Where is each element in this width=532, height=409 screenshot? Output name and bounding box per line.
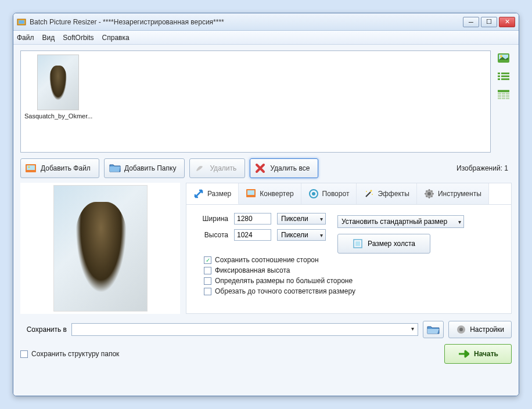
svg-rect-12 <box>498 93 501 95</box>
height-input[interactable] <box>234 229 271 241</box>
tab-tools[interactable]: Инструменты <box>417 183 489 204</box>
titlebar: Batch Picture Resizer - ****Незарегистри… <box>13 13 519 31</box>
file-toolbar: Добавить Файл Добавить Папку Удалить Уда… <box>20 158 512 178</box>
delete-all-label: Удалить все <box>270 164 310 172</box>
start-button[interactable]: Начать <box>444 344 512 364</box>
tab-effects-label: Эффекты <box>378 190 409 198</box>
keep-ratio-checkbox[interactable]: ✓ <box>204 256 211 264</box>
delete-all-button[interactable]: Удалить все <box>250 158 318 178</box>
thumbnail-area: Sasquatch_by_Okmer... <box>20 50 512 153</box>
fixed-height-label: Фиксированная высота <box>215 266 290 274</box>
canvas-size-label: Размер холста <box>368 240 415 248</box>
tab-converter-label: Конвертер <box>260 190 293 198</box>
crop-exact-row[interactable]: Обрезать до точного соответствия размеру <box>204 287 502 295</box>
svg-rect-17 <box>506 95 509 97</box>
svg-rect-22 <box>27 165 35 170</box>
add-folder-button[interactable]: Добавить Папку <box>104 158 185 178</box>
app-icon <box>17 17 26 27</box>
window-controls: ─ ☐ ✕ <box>463 17 515 27</box>
svg-rect-8 <box>501 75 509 77</box>
thumbnail-item[interactable]: Sasquatch_by_Okmer... <box>24 55 91 120</box>
detect-long-checkbox[interactable] <box>204 277 211 285</box>
svg-rect-1 <box>19 20 24 24</box>
crop-exact-label: Обрезать до точного соответствия размеру <box>215 287 355 295</box>
view-thumbnails-icon[interactable] <box>497 52 510 64</box>
settings-label: Настройки <box>470 325 504 334</box>
standard-size-select[interactable]: Установить стандартный размер <box>337 215 464 228</box>
thumbnail-panel[interactable]: Sasquatch_by_Okmer... <box>20 50 491 153</box>
width-row: Ширина Пиксели <box>196 213 326 225</box>
menu-help[interactable]: Справка <box>102 34 130 42</box>
menu-file[interactable]: Файл <box>17 34 34 42</box>
effects-icon <box>364 189 374 199</box>
tab-size[interactable]: Размер <box>186 183 239 204</box>
svg-point-4 <box>500 55 502 57</box>
delete-all-icon <box>255 163 265 173</box>
tab-tools-label: Инструменты <box>438 190 481 198</box>
width-input[interactable] <box>234 213 271 225</box>
fixed-height-row[interactable]: Фиксированная высота <box>204 266 502 274</box>
add-folder-icon <box>109 163 120 173</box>
preview-image <box>53 185 148 312</box>
crop-exact-checkbox[interactable] <box>204 288 211 295</box>
svg-rect-7 <box>498 75 500 77</box>
size-tab-content: Ширина Пиксели Высота Пиксели Уст <box>186 205 511 306</box>
canvas-size-button[interactable]: Размер холста <box>337 234 430 254</box>
preview-panel <box>20 183 180 314</box>
svg-point-35 <box>459 328 463 331</box>
settings-button[interactable]: Настройки <box>448 321 512 338</box>
minimize-button[interactable]: ─ <box>463 17 479 27</box>
svg-rect-14 <box>506 93 509 95</box>
app-window: Batch Picture Resizer - ****Незарегистри… <box>13 13 519 396</box>
width-unit-select[interactable]: Пиксели <box>277 213 326 225</box>
content-area: Sasquatch_by_Okmer... Добави <box>13 45 519 396</box>
svg-rect-5 <box>498 73 500 74</box>
start-label: Начать <box>474 350 498 358</box>
svg-point-29 <box>372 194 373 195</box>
svg-rect-33 <box>355 241 360 246</box>
delete-button[interactable]: Удалить <box>189 158 245 178</box>
keep-ratio-row[interactable]: ✓ Сохранить соотношение сторон <box>204 256 502 264</box>
menu-softorbits[interactable]: SoftOrbits <box>63 34 94 42</box>
add-file-button[interactable]: Добавить Файл <box>20 158 99 178</box>
height-row: Высота Пиксели <box>196 229 326 241</box>
start-row: Сохранить структуру папок Начать <box>20 344 512 364</box>
svg-rect-10 <box>501 78 509 80</box>
maximize-button[interactable]: ☐ <box>481 17 497 27</box>
detect-long-row[interactable]: Определять размеры по большей стороне <box>204 277 502 285</box>
save-row: Сохранить в Настройки <box>20 321 512 338</box>
arrow-right-icon <box>458 349 469 359</box>
save-path-combo[interactable] <box>71 323 418 336</box>
folder-open-icon <box>427 324 440 335</box>
browse-button[interactable] <box>423 321 444 338</box>
svg-point-27 <box>312 192 315 196</box>
rotate-icon <box>308 189 319 199</box>
menu-view[interactable]: Вид <box>42 34 55 42</box>
middle-area: Размер Конвертер Поворот Эффекты <box>20 183 512 314</box>
delete-label: Удалить <box>210 164 236 172</box>
height-label: Высота <box>196 231 228 239</box>
close-button[interactable]: ✕ <box>499 17 515 27</box>
tab-converter[interactable]: Конвертер <box>239 183 301 204</box>
tab-effects[interactable]: Эффекты <box>357 183 417 204</box>
view-list-icon[interactable] <box>497 70 510 83</box>
window-title: Batch Picture Resizer - ****Незарегистри… <box>30 18 463 26</box>
tab-size-label: Размер <box>207 190 231 198</box>
svg-rect-15 <box>498 95 501 97</box>
canvas-icon <box>353 238 363 249</box>
fixed-height-checkbox[interactable] <box>204 267 211 274</box>
keep-structure-checkbox[interactable] <box>20 350 28 358</box>
add-file-icon <box>26 163 36 173</box>
tab-rotate[interactable]: Поворот <box>301 183 357 204</box>
svg-rect-20 <box>506 97 509 99</box>
view-details-icon[interactable] <box>497 89 510 102</box>
add-folder-label: Добавить Папку <box>124 164 177 172</box>
svg-rect-13 <box>502 93 505 95</box>
svg-rect-25 <box>247 190 254 195</box>
height-unit-select[interactable]: Пиксели <box>277 229 326 241</box>
svg-rect-18 <box>498 97 501 99</box>
width-label: Ширина <box>196 215 228 223</box>
svg-rect-11 <box>498 90 509 92</box>
tools-icon <box>424 189 434 199</box>
keep-structure-row[interactable]: Сохранить структуру папок <box>20 350 119 358</box>
